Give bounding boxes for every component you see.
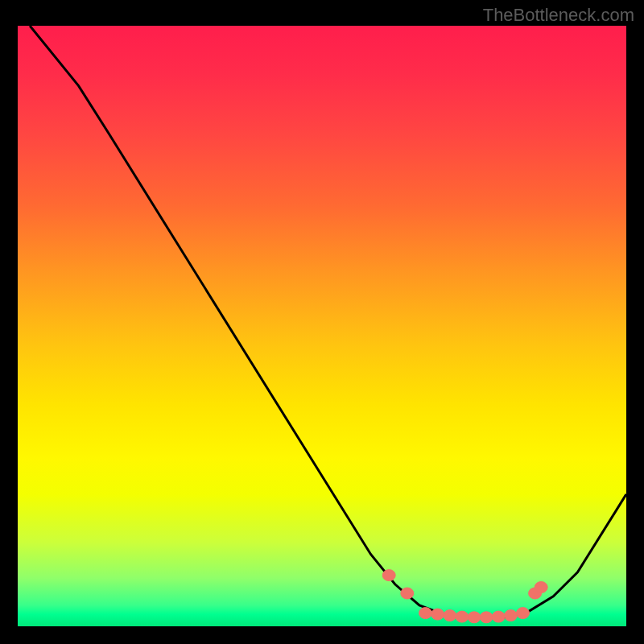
curve-marker	[492, 611, 505, 622]
curve-marker	[517, 608, 530, 619]
chart-plot-area	[18, 26, 626, 626]
attribution-label: TheBottleneck.com	[483, 5, 634, 26]
chart-svg	[18, 26, 626, 626]
curve-marker	[431, 609, 444, 620]
curve-marker	[382, 570, 395, 581]
curve-marker	[401, 588, 414, 599]
curve-marker	[480, 612, 493, 623]
curve-marker	[535, 582, 547, 593]
curve-markers	[382, 570, 547, 623]
curve-marker	[419, 608, 432, 619]
curve-marker	[504, 610, 517, 621]
bottleneck-curve	[30, 26, 626, 617]
curve-marker	[468, 612, 481, 623]
curve-marker	[444, 610, 456, 621]
curve-marker	[456, 611, 469, 622]
